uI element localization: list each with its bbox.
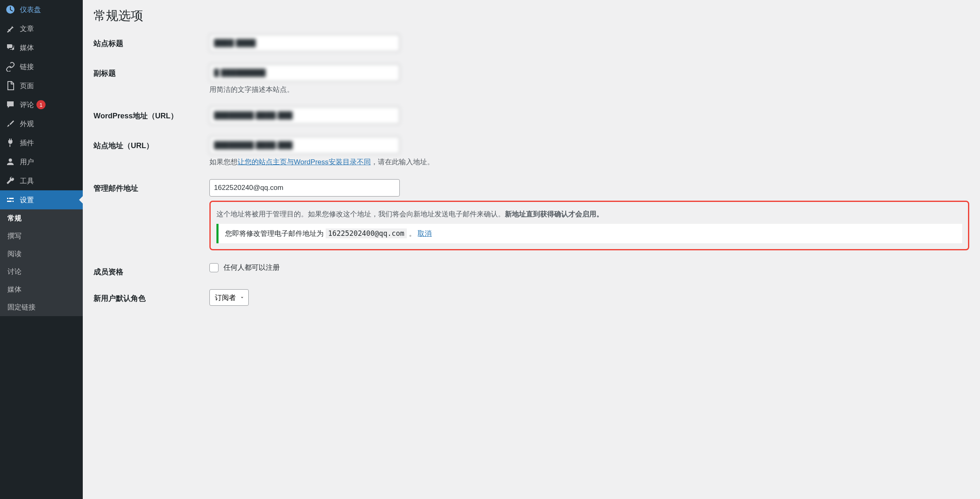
desc-admin-email: 这个地址将被用于管理目的。如果您修改这个地址，我们将会向新地址发送电子邮件来确认… xyxy=(216,209,962,219)
sidebar-item-media[interactable]: 媒体 xyxy=(0,38,83,57)
label-admin-email: 管理邮件地址 xyxy=(94,179,209,193)
admin-email-highlight-box: 这个地址将被用于管理目的。如果您修改这个地址，我们将会向新地址发送电子邮件来确认… xyxy=(209,201,969,250)
select-default-role[interactable]: 订阅者 xyxy=(209,289,249,306)
sidebar-item-label: 用户 xyxy=(20,157,34,167)
cancel-email-change-link[interactable]: 取消 xyxy=(418,230,432,238)
sidebar-item-label: 工具 xyxy=(20,176,34,186)
plugin-icon xyxy=(5,137,16,148)
submenu-item-reading[interactable]: 阅读 xyxy=(0,245,83,263)
input-tagline[interactable] xyxy=(209,64,400,82)
submenu-item-general[interactable]: 常规 xyxy=(0,209,83,227)
submenu-item-media[interactable]: 媒体 xyxy=(0,281,83,298)
sidebar-item-label: 媒体 xyxy=(20,43,34,53)
sidebar-item-label: 设置 xyxy=(20,195,34,205)
input-site-title[interactable] xyxy=(209,34,400,52)
desc-tagline: 用简洁的文字描述本站点。 xyxy=(209,85,969,94)
sidebar-item-posts[interactable]: 文章 xyxy=(0,19,83,38)
pending-email-notice: 您即将修改管理电子邮件地址为 16225202400@qq.com 。 取消 xyxy=(216,224,962,243)
submenu-item-writing[interactable]: 撰写 xyxy=(0,227,83,245)
brush-icon xyxy=(5,118,16,129)
sidebar-item-plugins[interactable]: 插件 xyxy=(0,133,83,152)
label-default-role: 新用户默认角色 xyxy=(94,289,209,303)
sidebar-item-links[interactable]: 链接 xyxy=(0,57,83,76)
sidebar-item-label: 外观 xyxy=(20,119,34,129)
checkbox-anyone-register[interactable] xyxy=(209,263,219,272)
input-admin-email[interactable] xyxy=(209,179,400,197)
input-wp-url[interactable] xyxy=(209,107,400,124)
sidebar-item-tools[interactable]: 工具 xyxy=(0,171,83,190)
pending-email-value: 16225202400@qq.com xyxy=(326,228,407,238)
label-membership: 成员资格 xyxy=(94,263,209,277)
label-wp-url: WordPress地址（URL） xyxy=(94,107,209,121)
label-site-url: 站点地址（URL） xyxy=(94,137,209,151)
submenu-item-permalinks[interactable]: 固定链接 xyxy=(0,298,83,316)
checkbox-label-anyone-register: 任何人都可以注册 xyxy=(223,263,280,272)
input-site-url[interactable] xyxy=(209,137,400,154)
sidebar-item-pages[interactable]: 页面 xyxy=(0,76,83,95)
sidebar-item-label: 评论 xyxy=(20,100,34,110)
admin-sidebar: 仪表盘 文章 媒体 链接 页面 评论 1 外观 插件 xyxy=(0,0,83,499)
sidebar-item-label: 文章 xyxy=(20,24,34,34)
settings-icon xyxy=(5,194,16,205)
sidebar-item-users[interactable]: 用户 xyxy=(0,152,83,171)
link-icon xyxy=(5,61,16,72)
submenu-item-discussion[interactable]: 讨论 xyxy=(0,263,83,281)
sidebar-item-dashboard[interactable]: 仪表盘 xyxy=(0,0,83,19)
label-tagline: 副标题 xyxy=(94,64,209,78)
page-title: 常规选项 xyxy=(94,7,969,24)
comment-icon xyxy=(5,99,16,110)
settings-submenu: 常规 撰写 阅读 讨论 媒体 固定链接 xyxy=(0,209,83,316)
user-icon xyxy=(5,156,16,167)
sidebar-item-label: 仪表盘 xyxy=(20,5,41,14)
label-site-title: 站点标题 xyxy=(94,34,209,48)
sidebar-item-label: 插件 xyxy=(20,138,34,148)
wrench-icon xyxy=(5,175,16,186)
sidebar-item-appearance[interactable]: 外观 xyxy=(0,114,83,133)
sidebar-item-label: 链接 xyxy=(20,62,34,72)
comments-badge: 1 xyxy=(36,100,46,109)
sidebar-item-label: 页面 xyxy=(20,81,34,91)
main-content: 常规选项 站点标题 副标题 用简洁的文字描述本站点。 WordPress地址（U… xyxy=(83,0,980,499)
dashboard-icon xyxy=(5,4,16,15)
sidebar-item-settings[interactable]: 设置 xyxy=(0,190,83,209)
page-icon xyxy=(5,80,16,91)
site-url-help-link[interactable]: 让您的站点主页与WordPress安装目录不同 xyxy=(238,158,371,166)
media-icon xyxy=(5,42,16,53)
desc-site-url: 如果您想让您的站点主页与WordPress安装目录不同，请在此输入地址。 xyxy=(209,157,969,167)
sidebar-item-comments[interactable]: 评论 1 xyxy=(0,95,83,114)
pin-icon xyxy=(5,23,16,34)
